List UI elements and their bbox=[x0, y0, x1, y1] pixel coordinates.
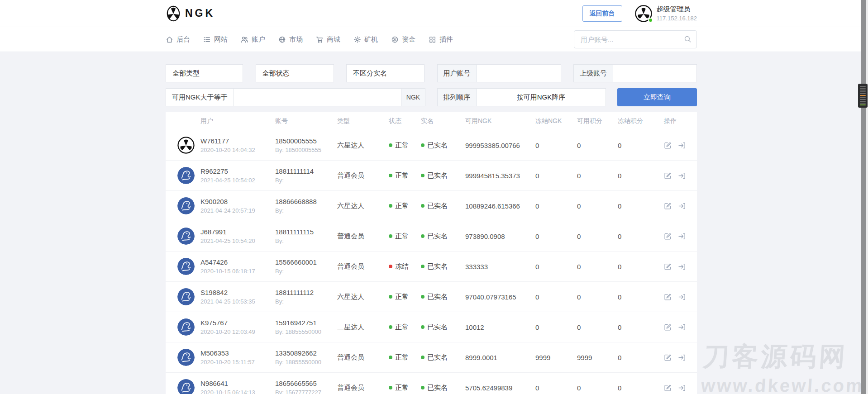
col-user: 用户 bbox=[200, 117, 275, 125]
users-table: 用户 账号 类型 状态 实名 可用NGK 冻结NGK 可用积分 冻结积分 操作 bbox=[166, 112, 697, 394]
admin-chip[interactable]: 超级管理员 117.152.16.182 bbox=[635, 5, 697, 22]
nav-item[interactable]: 市场 bbox=[278, 35, 303, 44]
referrer: By: bbox=[275, 207, 337, 214]
status-filter-select[interactable]: 全部状态 bbox=[256, 64, 334, 82]
frozen-points: 0 bbox=[618, 323, 664, 331]
nav-item[interactable]: 插件 bbox=[429, 35, 453, 44]
user-id: K975767 bbox=[200, 319, 275, 327]
user-account-field[interactable] bbox=[477, 65, 561, 82]
edit-user-icon[interactable] bbox=[664, 293, 672, 301]
col-account: 账号 bbox=[275, 117, 337, 125]
available-ngk: 999945815.35373 bbox=[465, 172, 535, 180]
edit-user-icon[interactable] bbox=[664, 202, 672, 210]
register-time: 2020-10-15 06:14:13 bbox=[200, 389, 275, 394]
order-label: 排列顺序 bbox=[438, 89, 477, 106]
user-avatar bbox=[177, 197, 195, 214]
minimap-widget[interactable] bbox=[858, 84, 868, 108]
login-as-user-icon[interactable] bbox=[678, 354, 686, 361]
realname-text: 已实名 bbox=[427, 232, 448, 241]
frozen-points: 0 bbox=[618, 263, 664, 271]
miner-icon bbox=[353, 36, 361, 43]
user-id: S198842 bbox=[200, 289, 275, 296]
nav-item[interactable]: 后台 bbox=[166, 35, 190, 44]
users-icon bbox=[241, 36, 248, 43]
edit-user-icon[interactable] bbox=[664, 384, 672, 392]
realname-text: 已实名 bbox=[427, 384, 448, 392]
available-ngk: 10889246.615366 bbox=[465, 202, 535, 210]
nav-item[interactable]: 资金 bbox=[391, 35, 415, 44]
user-account-search-input[interactable] bbox=[574, 30, 697, 48]
login-as-user-icon[interactable] bbox=[678, 233, 686, 240]
realname-filter-select[interactable]: 不区分实名 bbox=[346, 64, 424, 82]
realname-dot-icon bbox=[421, 356, 424, 359]
frozen-ngk: 0 bbox=[535, 323, 577, 331]
query-button[interactable]: 立即查询 bbox=[617, 88, 697, 106]
frozen-ngk: 0 bbox=[535, 263, 577, 271]
referrer: By: bbox=[275, 298, 337, 305]
back-to-front-button[interactable]: 返回前台 bbox=[582, 5, 622, 22]
order-select[interactable]: 按可用NGK降序 bbox=[477, 89, 606, 106]
member-type: 普通会员 bbox=[337, 262, 389, 271]
nav-item-label: 矿机 bbox=[364, 35, 378, 44]
frozen-points: 0 bbox=[618, 293, 664, 301]
status-dot-icon bbox=[389, 325, 392, 329]
frozen-ngk: 0 bbox=[535, 172, 577, 180]
account-number: 15566660001 bbox=[275, 258, 337, 266]
edit-user-icon[interactable] bbox=[664, 142, 672, 149]
available-points: 0 bbox=[577, 323, 618, 331]
account-number: 18866668888 bbox=[275, 198, 337, 205]
login-as-user-icon[interactable] bbox=[678, 384, 686, 392]
referrer: By: bbox=[275, 237, 337, 244]
user-avatar bbox=[177, 379, 195, 394]
available-points: 0 bbox=[577, 384, 618, 392]
nav-item-label: 网站 bbox=[214, 35, 228, 44]
available-ngk: 5705.62499839 bbox=[465, 384, 535, 392]
available-points: 0 bbox=[577, 293, 618, 301]
scrollbar[interactable] bbox=[861, 0, 866, 394]
zodiac-avatar-icon bbox=[177, 258, 195, 275]
edit-user-icon[interactable] bbox=[664, 233, 672, 240]
ngk-avatar-icon bbox=[177, 137, 195, 154]
edit-user-icon[interactable] bbox=[664, 323, 672, 331]
login-as-user-icon[interactable] bbox=[678, 142, 686, 149]
login-as-user-icon[interactable] bbox=[678, 293, 686, 301]
available-points: 0 bbox=[577, 172, 618, 180]
table-row: N986641 2020-10-15 06:14:13 18656665565 … bbox=[166, 373, 697, 394]
login-as-user-icon[interactable] bbox=[678, 202, 686, 210]
available-points: 9999 bbox=[577, 354, 618, 361]
account-number: 13350892662 bbox=[275, 349, 337, 357]
frozen-points: 0 bbox=[618, 233, 664, 240]
referrer: By: 18500005555 bbox=[275, 147, 337, 153]
login-as-user-icon[interactable] bbox=[678, 172, 686, 180]
parent-account-field[interactable] bbox=[613, 65, 696, 82]
edit-user-icon[interactable] bbox=[664, 172, 672, 180]
nav-item[interactable]: 矿机 bbox=[353, 35, 378, 44]
realname-text: 已实名 bbox=[427, 262, 448, 271]
realname-dot-icon bbox=[421, 234, 424, 238]
globe-icon bbox=[278, 36, 286, 43]
referrer: By: 18855550000 bbox=[275, 359, 337, 366]
edit-user-icon[interactable] bbox=[664, 354, 672, 361]
account-number: 18811111112 bbox=[275, 289, 337, 296]
col-frozen-points: 冻结积分 bbox=[618, 117, 664, 125]
type-filter-select[interactable]: 全部类型 bbox=[166, 64, 243, 82]
edit-user-icon[interactable] bbox=[664, 263, 672, 271]
login-as-user-icon[interactable] bbox=[678, 263, 686, 271]
status-dot-icon bbox=[389, 174, 392, 177]
available-ngk: 999953385.00766 bbox=[465, 142, 535, 149]
status-dot-icon bbox=[389, 204, 392, 208]
login-as-user-icon[interactable] bbox=[678, 323, 686, 331]
zodiac-avatar-icon bbox=[177, 197, 195, 214]
member-type: 六星达人 bbox=[337, 293, 389, 301]
referrer: By: 15677777227 bbox=[275, 389, 337, 394]
available-points: 0 bbox=[577, 142, 618, 149]
ngk-gte-field[interactable] bbox=[234, 89, 401, 106]
online-status-dot bbox=[648, 18, 653, 23]
nav-item[interactable]: 网站 bbox=[203, 35, 228, 44]
account-number: 18811111114 bbox=[275, 167, 337, 175]
referrer: By: bbox=[275, 177, 337, 184]
search-icon[interactable] bbox=[684, 35, 692, 45]
nav-item[interactable]: 商城 bbox=[316, 35, 340, 44]
nav-item[interactable]: 账户 bbox=[241, 35, 265, 44]
user-avatar bbox=[177, 228, 195, 245]
